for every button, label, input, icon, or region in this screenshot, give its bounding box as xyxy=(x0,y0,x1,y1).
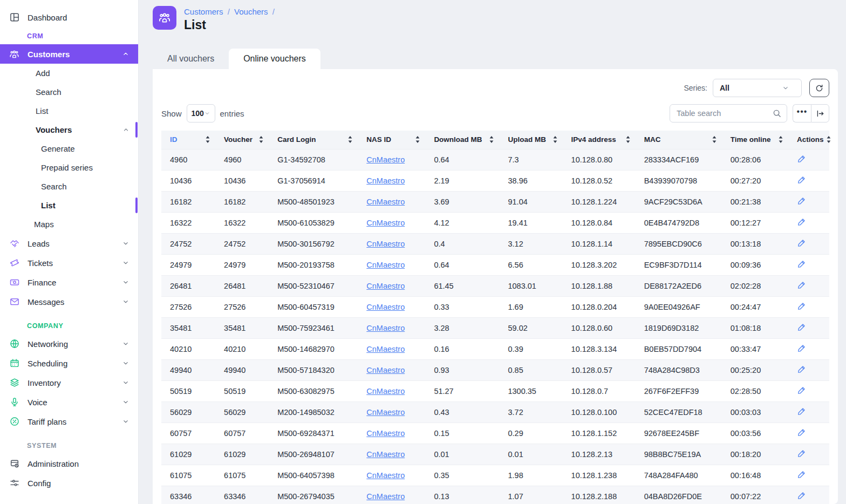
cell-ipv4: 10.128.0.100 xyxy=(563,401,636,423)
edit-icon[interactable] xyxy=(797,217,807,227)
column-header-voucher[interactable]: Voucher xyxy=(215,131,269,149)
nas-id-link[interactable]: CnMaestro xyxy=(366,261,405,269)
edit-icon[interactable] xyxy=(797,322,807,332)
sidebar-item-networking[interactable]: Networking xyxy=(0,334,138,353)
edit-icon[interactable] xyxy=(797,175,807,185)
sidebar-item-vouchers-generate[interactable]: Generate xyxy=(0,139,138,158)
nas-id-link[interactable]: CnMaestro xyxy=(366,450,405,459)
sidebar-item-voice[interactable]: Voice xyxy=(0,392,138,412)
sidebar-item-customers-list[interactable]: List xyxy=(0,101,138,120)
series-select[interactable]: All xyxy=(713,79,802,97)
edit-icon[interactable] xyxy=(797,448,807,458)
sidebar-item-messages[interactable]: Messages xyxy=(0,292,138,311)
breadcrumb-customers[interactable]: Customers xyxy=(184,7,223,16)
cell-mac: DE88172A2ED6 xyxy=(636,275,722,296)
nas-id-link[interactable]: CnMaestro xyxy=(366,366,405,374)
nas-id-link[interactable]: CnMaestro xyxy=(366,155,405,164)
cell-id: 63346 xyxy=(161,486,215,504)
sidebar-item-label: Prepaid series xyxy=(41,163,93,172)
sidebar-section-system: SYSTEM xyxy=(0,437,138,454)
nas-id-link[interactable]: CnMaestro xyxy=(366,387,405,396)
refresh-button[interactable] xyxy=(809,79,829,97)
column-header-time-online[interactable]: Time online xyxy=(722,131,788,149)
cell-voucher: 16322 xyxy=(215,212,269,233)
page-size-control: Show 100 entries xyxy=(161,104,244,122)
search-input[interactable] xyxy=(670,104,787,122)
table-row: 24979 24979 M500-20193758 CnMaestro 0.64… xyxy=(161,254,829,275)
cell-ipv4: 10.128.0.204 xyxy=(563,296,636,317)
sidebar-item-vouchers-search[interactable]: Search xyxy=(0,177,138,196)
sidebar-item-inventory[interactable]: Inventory xyxy=(0,373,138,392)
sidebar-item-config[interactable]: Config xyxy=(0,473,138,493)
sidebar-item-dashboard[interactable]: Dashboard xyxy=(0,8,138,27)
edit-icon[interactable] xyxy=(797,469,807,479)
nas-id-link[interactable]: CnMaestro xyxy=(366,303,405,311)
edit-icon[interactable] xyxy=(797,259,807,269)
sidebar-item-tickets[interactable]: Tickets xyxy=(0,253,138,273)
nas-id-link[interactable]: CnMaestro xyxy=(366,240,405,248)
column-header-nas-id[interactable]: NAS ID xyxy=(358,131,425,149)
column-header-id[interactable]: ID xyxy=(161,131,215,149)
nas-id-link[interactable]: CnMaestro xyxy=(366,471,405,480)
nas-id-link[interactable]: CnMaestro xyxy=(366,176,405,185)
cell-mac: 7895EBCD90C6 xyxy=(636,233,722,254)
nas-id-link[interactable]: CnMaestro xyxy=(366,345,405,353)
edit-icon[interactable] xyxy=(797,301,807,311)
sidebar-item-customers-add[interactable]: Add xyxy=(0,64,138,83)
more-options-button[interactable]: ••• xyxy=(793,104,811,122)
breadcrumb-vouchers[interactable]: Vouchers xyxy=(234,7,268,16)
cell-ipv4: 10.128.3.134 xyxy=(563,338,636,359)
edit-icon[interactable] xyxy=(797,427,807,437)
nas-id-link[interactable]: CnMaestro xyxy=(366,282,405,290)
edit-icon[interactable] xyxy=(797,491,807,500)
edit-icon[interactable] xyxy=(797,406,807,416)
nas-id-link[interactable]: CnMaestro xyxy=(366,408,405,417)
sidebar-item-leads[interactable]: Leads xyxy=(0,234,138,253)
sidebar-item-vouchers-list[interactable]: List xyxy=(0,196,138,215)
column-header-download-mb[interactable]: Download MB xyxy=(425,131,499,149)
cell-voucher: 4960 xyxy=(215,149,269,170)
nas-id-link[interactable]: CnMaestro xyxy=(366,492,405,501)
sidebar-item-tariff-plans[interactable]: Tariff plans xyxy=(0,412,138,431)
sidebar-item-finance[interactable]: Finance xyxy=(0,273,138,292)
page-size-select[interactable]: 100 xyxy=(187,104,215,122)
column-header-mac[interactable]: MAC xyxy=(636,131,722,149)
cell-time-online: 00:25:20 xyxy=(722,359,788,380)
edit-icon[interactable] xyxy=(797,196,807,206)
ellipsis-icon: ••• xyxy=(797,107,808,119)
sort-icon xyxy=(827,136,831,143)
nas-id-link[interactable]: CnMaestro xyxy=(366,429,405,438)
sidebar-item-customers-search[interactable]: Search xyxy=(0,83,138,101)
sidebar-item-vouchers-prepaid-series[interactable]: Prepaid series xyxy=(0,158,138,177)
tab-all-vouchers[interactable]: All vouchers xyxy=(153,49,229,69)
sidebar-item-maps[interactable]: Maps xyxy=(0,215,138,234)
sidebar-item-vouchers[interactable]: Vouchers xyxy=(0,120,138,139)
globe-icon xyxy=(9,338,20,350)
cell-mac: 04BA8D26FD0E xyxy=(636,486,722,504)
column-header-actions[interactable]: Actions xyxy=(788,131,829,149)
column-header-upload-mb[interactable]: Upload MB xyxy=(499,131,562,149)
edit-icon[interactable] xyxy=(797,280,807,290)
sidebar-item-label: Leads xyxy=(28,239,50,248)
sidebar-section-crm: CRM xyxy=(0,27,138,44)
tab-online-vouchers[interactable]: Online vouchers xyxy=(229,49,320,69)
edit-icon[interactable] xyxy=(797,385,807,395)
dashboard-icon xyxy=(9,12,20,23)
edit-icon[interactable] xyxy=(797,154,807,164)
sidebar-item-customers[interactable]: Customers xyxy=(0,44,138,64)
edit-icon[interactable] xyxy=(797,343,807,353)
edit-icon[interactable] xyxy=(797,238,807,248)
nas-id-link[interactable]: CnMaestro xyxy=(366,324,405,332)
cell-download-mb: 0.35 xyxy=(425,465,499,486)
column-header-ipv4[interactable]: IPv4 address xyxy=(563,131,636,149)
nas-id-link[interactable]: CnMaestro xyxy=(366,219,405,227)
export-button[interactable] xyxy=(811,104,829,122)
cell-upload-mb: 7.3 xyxy=(499,149,562,170)
column-header-card-login[interactable]: Card Login xyxy=(269,131,358,149)
sidebar-item-label: Generate xyxy=(41,144,75,153)
sidebar-item-administration[interactable]: Administration xyxy=(0,454,138,473)
edit-icon[interactable] xyxy=(797,364,807,374)
sidebar-item-scheduling[interactable]: Scheduling xyxy=(0,353,138,373)
nas-id-link[interactable]: CnMaestro xyxy=(366,197,405,206)
sidebar-item-label: Maps xyxy=(34,220,54,229)
